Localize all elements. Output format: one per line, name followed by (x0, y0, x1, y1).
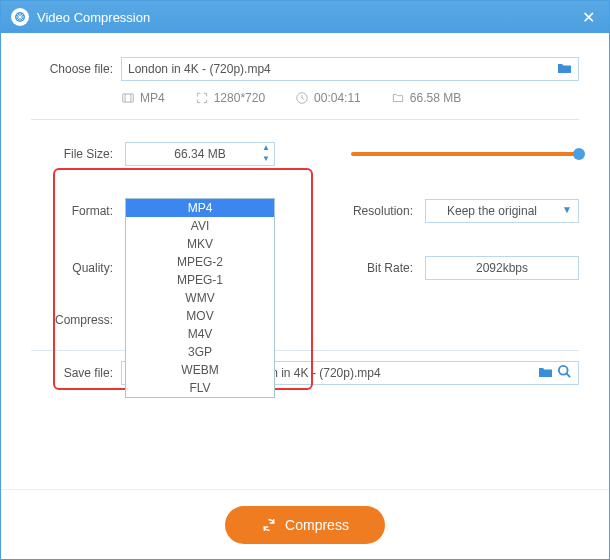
compress-button-label: Compress (285, 517, 349, 533)
filesize-spinner[interactable]: ▲▼ (258, 143, 274, 165)
format-label: Format: (31, 204, 113, 218)
compress-button[interactable]: Compress (225, 506, 385, 544)
bitrate-value: 2092kbps (476, 261, 528, 275)
meta-duration: 00:04:11 (295, 91, 361, 105)
format-option[interactable]: MOV (126, 307, 274, 325)
meta-size-value: 66.58 MB (410, 91, 461, 105)
format-option[interactable]: WEBM (126, 361, 274, 379)
filesize-value: 66.34 MB (174, 147, 225, 161)
format-option[interactable]: MPEG-2 (126, 253, 274, 271)
open-location-icon[interactable] (557, 364, 572, 382)
filesize-setting: File Size: 66.34 MB ▲▼ (31, 134, 321, 173)
quality-label: Quality: (31, 261, 113, 275)
refresh-icon (261, 517, 277, 533)
svg-line-6 (566, 373, 570, 377)
meta-duration-value: 00:04:11 (314, 91, 361, 105)
resolution-select[interactable]: Keep the original ▼ (425, 199, 579, 223)
meta-size: 66.58 MB (391, 91, 461, 105)
resolution-value: Keep the original (447, 204, 537, 218)
meta-container-value: MP4 (140, 91, 165, 105)
format-option[interactable]: MKV (126, 235, 274, 253)
video-compression-window: Video Compression ✕ Choose file: London … (0, 0, 610, 560)
window-title: Video Compression (37, 10, 150, 25)
footer: Compress (1, 489, 609, 559)
close-icon[interactable]: ✕ (578, 8, 599, 27)
filesize-input[interactable]: 66.34 MB ▲▼ (125, 142, 275, 166)
svg-point-5 (559, 366, 568, 375)
choose-file-input[interactable]: London in 4K - (720p).mp4 (121, 57, 579, 81)
save-file-label: Save file: (31, 366, 113, 380)
format-option[interactable]: 3GP (126, 343, 274, 361)
format-dropdown-list[interactable]: MP4 AVI MKV MPEG-2 MPEG-1 WMV MOV M4V 3G… (125, 198, 275, 398)
chevron-down-icon: ▼ (562, 204, 572, 215)
format-option[interactable]: MP4 (126, 199, 274, 217)
settings-grid: File Size: 66.34 MB ▲▼ Format: MP4 ▼ Res… (31, 134, 579, 334)
meta-container: MP4 (121, 91, 165, 105)
filesize-slider[interactable] (341, 134, 579, 173)
save-file-row: Save file: C:\Users\HP\Videos\London in … (31, 361, 579, 385)
choose-file-row: Choose file: London in 4K - (720p).mp4 (31, 57, 579, 81)
meta-resolution: 1280*720 (195, 91, 265, 105)
format-option[interactable]: FLV (126, 379, 274, 397)
slider-thumb[interactable] (573, 148, 585, 160)
meta-resolution-value: 1280*720 (214, 91, 265, 105)
bitrate-input[interactable]: 2092kbps (425, 256, 579, 280)
app-logo-icon (11, 8, 29, 26)
format-option[interactable]: M4V (126, 325, 274, 343)
bitrate-setting: Bit Rate: 2092kbps (341, 248, 579, 287)
compress-label: Compress: (31, 313, 113, 327)
file-meta: MP4 1280*720 00:04:11 66.58 MB (121, 91, 579, 105)
format-option[interactable]: AVI (126, 217, 274, 235)
content-area: Choose file: London in 4K - (720p).mp4 M… (1, 33, 609, 385)
save-folder-icon[interactable] (538, 365, 553, 381)
resolution-label: Resolution: (341, 204, 413, 218)
format-option[interactable]: WMV (126, 289, 274, 307)
svg-rect-1 (123, 94, 134, 102)
resolution-setting: Resolution: Keep the original ▼ (341, 191, 579, 230)
format-option[interactable]: MPEG-1 (126, 271, 274, 289)
choose-file-label: Choose file: (31, 62, 113, 76)
titlebar: Video Compression ✕ (1, 1, 609, 33)
choose-file-value: London in 4K - (720p).mp4 (128, 62, 551, 76)
bitrate-label: Bit Rate: (341, 261, 413, 275)
browse-folder-icon[interactable] (557, 61, 572, 77)
filesize-label: File Size: (31, 147, 113, 161)
